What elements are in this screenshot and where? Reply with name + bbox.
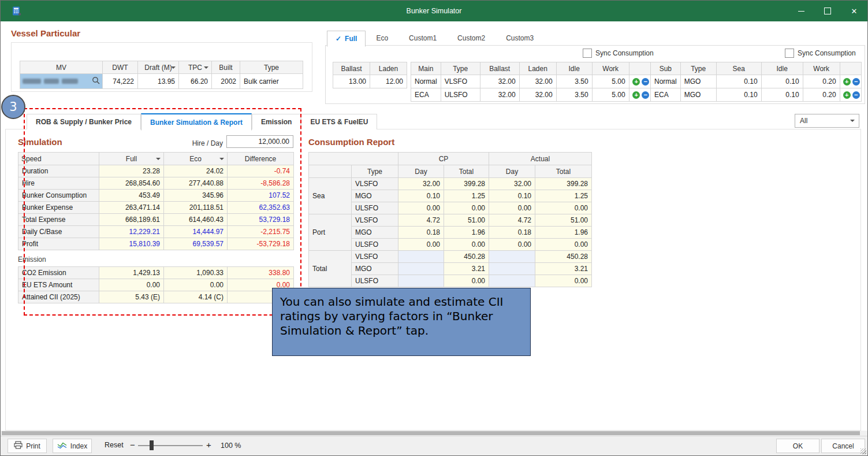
- tab-bunker-simulation-report[interactable]: Bunker Simulation & Report: [141, 113, 252, 131]
- value-cell: 23.28: [99, 165, 164, 177]
- grid-cell[interactable]: Normal: [651, 75, 681, 88]
- add-row-icon[interactable]: +: [843, 91, 851, 99]
- maximize-button[interactable]: [814, 1, 841, 21]
- vessel-name-cell[interactable]: [20, 74, 103, 89]
- grid-cell[interactable]: 5.00: [592, 75, 629, 88]
- grid-cell[interactable]: VLSFO: [441, 75, 480, 88]
- speed-table: BallastLaden13.0012.00: [333, 62, 407, 88]
- column-header-dwt: DWT: [103, 61, 138, 74]
- sync-consumption-checkbox[interactable]: [785, 49, 794, 58]
- zoom-out-button[interactable]: −: [130, 440, 135, 450]
- resize-grip[interactable]: [860, 448, 866, 454]
- grid-cell[interactable]: 0.10: [716, 88, 761, 102]
- index-button[interactable]: Index: [53, 439, 92, 453]
- zoom-slider-handle[interactable]: [150, 440, 154, 450]
- actions-header: [840, 62, 861, 75]
- search-icon[interactable]: [92, 76, 100, 86]
- value-cell: [398, 275, 444, 287]
- horizontal-scrollbar[interactable]: [1, 431, 867, 436]
- filter-arrow-icon[interactable]: [204, 66, 208, 69]
- data-row: ULSFO0.000.000.000.00: [309, 239, 592, 251]
- tab-label: Full: [345, 35, 357, 43]
- reset-label[interactable]: Reset: [105, 441, 124, 449]
- fuel-type-cell: ULSFO: [352, 275, 398, 287]
- tab-full[interactable]: ✓Full: [327, 31, 366, 47]
- cancel-button[interactable]: Cancel: [821, 439, 865, 453]
- chevron-down-icon: [850, 120, 855, 122]
- remove-row-icon[interactable]: −: [642, 91, 649, 99]
- emission-table: CO2 Emission1,429.131,090.33338.80EU ETS…: [18, 266, 294, 303]
- tab-emission[interactable]: Emission: [252, 114, 301, 129]
- print-button[interactable]: Print: [8, 439, 47, 453]
- tab-custom1[interactable]: Custom1: [398, 31, 447, 45]
- row-label: Hire: [18, 177, 99, 190]
- filter-arrow-icon[interactable]: [171, 66, 176, 69]
- tab-eu-ets-fueleu[interactable]: EU ETS & FuelEU: [301, 114, 377, 129]
- row-label: Total Expense: [18, 214, 99, 226]
- filter-dropdown-value: All: [800, 117, 807, 125]
- grid-cell[interactable]: 3.50: [556, 88, 592, 102]
- grid-cell[interactable]: Normal: [411, 75, 441, 88]
- column-header-type: Type: [240, 61, 303, 74]
- grid-cell[interactable]: 0.20: [803, 75, 840, 88]
- grid-cell[interactable]: MGO: [680, 88, 716, 102]
- grid-cell[interactable]: 32.00: [519, 75, 556, 88]
- grid-cell[interactable]: MGO: [680, 75, 716, 88]
- grid-cell[interactable]: ECA: [411, 88, 441, 102]
- remove-row-icon[interactable]: −: [852, 91, 860, 99]
- add-row-icon[interactable]: +: [632, 78, 640, 86]
- ok-button[interactable]: OK: [776, 439, 819, 453]
- data-row: 13.0012.00: [333, 75, 407, 88]
- grid-cell[interactable]: 32.00: [519, 88, 556, 102]
- grid-cell[interactable]: 0.10: [761, 75, 803, 88]
- grid-cell[interactable]: 0.20: [803, 88, 840, 102]
- grid-cell[interactable]: ULSFO: [441, 88, 480, 102]
- column-header-eco[interactable]: Eco: [164, 153, 228, 165]
- add-row-icon[interactable]: +: [843, 78, 851, 86]
- value-cell: 1.96: [444, 227, 489, 239]
- column-header-total: Total: [535, 165, 592, 178]
- column-header-idle: Idle: [556, 62, 592, 75]
- grid-cell[interactable]: 5.00: [592, 88, 629, 102]
- tab-rob-supply-bunker-price[interactable]: ROB & Supply / Bunker Price: [27, 114, 141, 129]
- value-cell: 450.28: [535, 251, 592, 263]
- hire-day-input[interactable]: [226, 135, 293, 148]
- column-header-sea: Sea: [716, 62, 761, 75]
- sync-consumption-checkbox[interactable]: [583, 49, 592, 58]
- tab-custom2[interactable]: Custom2: [447, 31, 496, 45]
- filter-dropdown[interactable]: All: [795, 114, 859, 128]
- group-header-actual: Actual: [489, 153, 592, 165]
- grid-cell[interactable]: 32.00: [480, 88, 519, 102]
- grid-cell[interactable]: 32.00: [480, 75, 519, 88]
- header-row: MainTypeBallastLadenIdleWork: [411, 62, 651, 75]
- zoom-in-button[interactable]: +: [206, 440, 211, 450]
- grid-cell[interactable]: 3.50: [556, 75, 592, 88]
- data-row: TotalVLSFO450.28450.28: [309, 251, 592, 263]
- column-header-full[interactable]: Full: [99, 153, 164, 165]
- tab-custom3[interactable]: Custom3: [496, 31, 544, 45]
- vessel-row: 74,22213.9566.202002Bulk carrier: [20, 74, 303, 89]
- grid-cell[interactable]: 12.00: [370, 75, 407, 88]
- data-row: ULSFO0.000.00: [309, 275, 592, 287]
- close-button[interactable]: ✕: [841, 1, 867, 21]
- minimize-button[interactable]: [788, 1, 814, 21]
- header-row: SubTypeSeaIdleWork: [651, 62, 862, 75]
- data-row: CO2 Emission1,429.131,090.33338.80: [18, 267, 294, 279]
- value-cell: 15,810.39: [99, 238, 164, 250]
- tab-eco[interactable]: Eco: [366, 31, 398, 45]
- consumption-tabs: ✓FullEcoCustom1Custom2Custom3: [327, 31, 544, 47]
- remove-row-icon[interactable]: −: [852, 78, 860, 86]
- data-row: EU ETS Amount0.000.000.00: [18, 279, 294, 291]
- grid-cell[interactable]: 0.10: [716, 75, 761, 88]
- column-header-speed: Speed: [18, 153, 99, 165]
- grid-cell[interactable]: 0.10: [761, 88, 803, 102]
- grid-cell[interactable]: 13.00: [333, 75, 370, 88]
- scrollbar-thumb[interactable]: [2, 431, 860, 435]
- remove-row-icon[interactable]: −: [642, 78, 649, 86]
- zoom-slider-track[interactable]: [138, 445, 203, 446]
- add-row-icon[interactable]: +: [632, 91, 640, 99]
- value-cell: [489, 263, 535, 275]
- row-actions: +−: [629, 88, 651, 102]
- column-header-sub: Sub: [651, 62, 681, 75]
- grid-cell[interactable]: ECA: [651, 88, 681, 102]
